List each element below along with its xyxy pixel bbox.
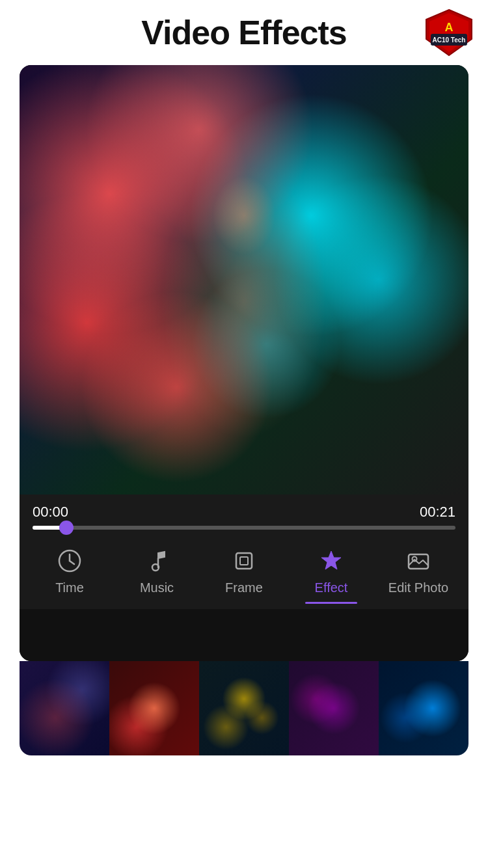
svg-text:A: A — [445, 21, 454, 34]
video-preview[interactable] — [20, 65, 468, 495]
svg-rect-10 — [236, 553, 252, 569]
progress-area: 00:00 00:21 — [20, 495, 468, 536]
edit-photo-label: Edit Photo — [388, 580, 448, 595]
svg-line-7 — [70, 561, 74, 564]
active-indicator-row — [20, 602, 468, 609]
time-label: Time — [55, 580, 84, 595]
toolbar: Time Music Frame — [20, 536, 468, 602]
effects-thumbnails — [20, 661, 468, 755]
video-overlay — [20, 65, 468, 495]
progress-track[interactable] — [33, 526, 455, 530]
toolbar-item-edit-photo[interactable]: Edit Photo — [375, 547, 462, 595]
effect-thumb-2[interactable] — [109, 661, 199, 755]
slot-music — [113, 602, 200, 604]
svg-point-14 — [413, 557, 417, 562]
time-display: 00:00 00:21 — [33, 504, 455, 521]
effect-thumb-1[interactable] — [20, 661, 109, 755]
logo: A AC10 Tech — [423, 7, 475, 59]
effect-label: Effect — [315, 580, 348, 595]
svg-rect-13 — [409, 554, 428, 569]
toolbar-item-frame[interactable]: Frame — [200, 547, 288, 595]
toolbar-item-music[interactable]: Music — [113, 547, 200, 595]
slot-frame — [200, 602, 288, 604]
effects-panel — [20, 609, 468, 661]
svg-marker-12 — [321, 551, 341, 569]
slot-effect — [288, 602, 375, 604]
svg-rect-11 — [240, 557, 248, 565]
progress-thumb[interactable] — [59, 521, 74, 535]
time-icon — [55, 547, 84, 575]
effect-icon — [317, 547, 346, 575]
effect-thumb-3[interactable] — [199, 661, 289, 755]
current-time: 00:00 — [33, 504, 68, 521]
effect-thumb-5[interactable] — [379, 661, 468, 755]
slot-edit-photo — [375, 602, 462, 604]
svg-text:AC10 Tech: AC10 Tech — [433, 36, 466, 44]
active-underline — [305, 602, 357, 604]
edit-photo-icon — [404, 547, 433, 575]
music-label: Music — [140, 580, 174, 595]
toolbar-item-time[interactable]: Time — [26, 547, 113, 595]
music-icon — [142, 547, 171, 575]
slot-time — [26, 602, 113, 604]
frame-label: Frame — [225, 580, 263, 595]
frame-icon — [230, 547, 258, 575]
toolbar-item-effect[interactable]: Effect — [288, 547, 375, 595]
effect-thumb-4[interactable] — [289, 661, 379, 755]
page-title: Video Effects — [0, 13, 488, 52]
total-time: 00:21 — [420, 504, 455, 521]
header: Video Effects A AC10 Tech — [0, 0, 488, 59]
video-player: 00:00 00:21 Time — [20, 65, 468, 661]
